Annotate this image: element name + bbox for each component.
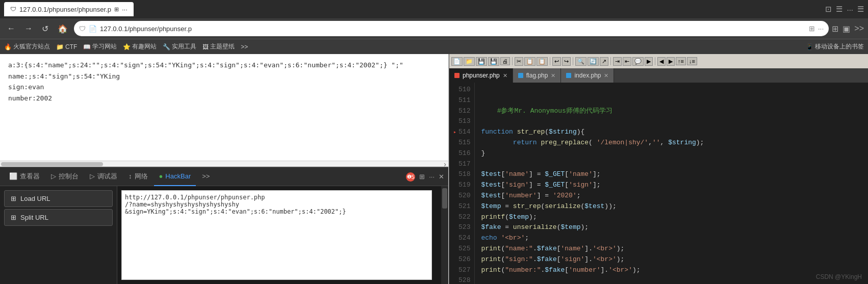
sort-desc-btn[interactable]: ↓≡	[687, 57, 697, 65]
editor-tab-flag[interactable]: flag.php ✕	[513, 68, 561, 83]
split-view-icon[interactable]: ▣	[843, 24, 850, 34]
split-icon[interactable]: ⊡	[825, 5, 832, 14]
tab-close-icon[interactable]: ✕	[503, 72, 507, 79]
reading-icon[interactable]: ⊞	[832, 24, 838, 34]
page-line-1: a:3:{s:4:"name";s:24:"";s:4:"sign";s:54:…	[8, 60, 440, 70]
page-line-3: sign:evan	[8, 82, 440, 92]
error-count: 5	[412, 174, 415, 180]
hackbar-scrollbar[interactable]	[441, 186, 448, 284]
copy-btn[interactable]: 📋	[524, 57, 535, 66]
toolbar-icons: ⊡ ☰ ··· ☰	[825, 5, 864, 14]
more-icon[interactable]: ···	[818, 24, 824, 33]
hackbar-content: ⊞ Load URL ⊞ Split URL http://127.0.0.1/…	[0, 186, 448, 284]
save-btn[interactable]: 💾	[476, 57, 487, 66]
print-btn[interactable]: 🖨	[500, 57, 510, 65]
address-input[interactable]	[100, 25, 806, 33]
file-color-indicator	[518, 73, 523, 78]
load-url-icon: ⊞	[11, 195, 16, 202]
cut-btn[interactable]: ✂	[515, 57, 523, 66]
prev-btn[interactable]: ◀	[657, 57, 666, 66]
search-btn[interactable]: 🔍	[575, 57, 586, 66]
devtools-panel: ⬜ 查看器 ▷ 控制台 ▷ 调试器 ↕ 网络	[0, 167, 448, 284]
hackbar-url-textarea[interactable]: http://127.0.0.1/phpunser/phpunser.php /…	[121, 190, 432, 280]
tab-hackbar[interactable]: ● HackBar	[154, 168, 196, 186]
comment-btn[interactable]: 💬	[632, 57, 644, 66]
bookmark-mobile[interactable]: 📱 移动设备上的书签	[806, 42, 864, 51]
hackbar-scrollbar-thumb[interactable]	[442, 188, 447, 209]
shield-icon: 🛡	[10, 6, 16, 13]
image-icon: 🖼	[202, 43, 209, 50]
tab-more-icon: ···	[122, 6, 127, 13]
code-line-528	[481, 275, 862, 284]
qr-icon: ⊞	[114, 6, 119, 13]
bookmark-label: 有趣网站	[132, 42, 157, 51]
console-icon: ▷	[51, 172, 56, 180]
editor-tab-phpunser[interactable]: phpunser.php ✕	[449, 68, 513, 83]
new-file-btn[interactable]: 📄	[451, 57, 463, 66]
devtools-right-controls: ❶ 5 ⊞ ··· ✕	[406, 172, 444, 182]
qr-icon[interactable]: ⊞	[809, 24, 815, 33]
load-url-button[interactable]: ⊞ Load URL	[4, 190, 113, 207]
hackbar-dot-icon: ●	[159, 172, 163, 180]
save-as-btn[interactable]: 💾	[488, 57, 499, 66]
tab-close-icon[interactable]: ✕	[604, 72, 608, 79]
sort-asc-btn[interactable]: ↑≡	[676, 57, 686, 65]
devtools-more-icon[interactable]: ···	[429, 173, 435, 180]
undo-btn[interactable]: ↩	[552, 57, 561, 66]
outdent-btn[interactable]: ⇤	[623, 57, 631, 66]
goto-btn[interactable]: ↗	[600, 57, 608, 66]
bookmark-label: CTF	[65, 43, 77, 50]
panels-icon[interactable]: ☰	[836, 5, 843, 14]
tab-inspector[interactable]: ⬜ 查看器	[4, 168, 45, 186]
open-file-btn[interactable]: 📁	[464, 57, 475, 66]
hamburger-icon[interactable]: ☰	[857, 5, 864, 14]
replace-btn[interactable]: 🔄	[588, 57, 599, 66]
split-url-button[interactable]: ⊞ Split URL	[4, 209, 113, 226]
code-line-518: $test['name'] = $_GET['name'];	[481, 169, 862, 180]
bookmark-more[interactable]: >>	[241, 43, 248, 50]
wrench-icon: 🔧	[163, 43, 170, 50]
more-tabs-icon: >>	[202, 172, 210, 180]
close-devtools-icon[interactable]: ✕	[439, 173, 444, 180]
copy-icon[interactable]: ⊞	[419, 173, 425, 180]
next-btn[interactable]: ▶	[667, 57, 675, 66]
back-button[interactable]: ←	[4, 22, 18, 35]
run-btn[interactable]: ▶	[645, 57, 653, 66]
tab-close-icon[interactable]: ✕	[551, 72, 555, 79]
tab-debugger[interactable]: ▷ 调试器	[85, 168, 122, 186]
scrollbar-thumb[interactable]	[1, 162, 103, 166]
devtools-tab-bar: ⬜ 查看器 ▷ 控制台 ▷ 调试器 ↕ 网络	[0, 168, 448, 186]
paste-btn[interactable]: 📋	[537, 57, 548, 66]
forward-button[interactable]: →	[21, 22, 36, 35]
browser-tab-active[interactable]: 🛡 127.0.0.1/phpunser/phpunser.p ⊞ ···	[4, 2, 134, 16]
bookmark-study[interactable]: 📖 学习网站	[83, 42, 117, 51]
chevron-right-icon[interactable]: >>	[854, 24, 864, 33]
code-line-515: return preg_replace( '/lemon|shy/','', $…	[481, 138, 862, 148]
bookmark-firefox[interactable]: 🔥 火狐官方站点	[4, 42, 50, 51]
tab-network[interactable]: ↕ 网络	[123, 168, 153, 186]
indent-btn[interactable]: ⇥	[613, 57, 622, 66]
bookmark-label: 主题壁纸	[210, 42, 235, 51]
scroll-right-arrow[interactable]: ›	[444, 160, 446, 167]
redo-btn[interactable]: ↪	[562, 57, 571, 66]
nav-bar: ← → ↺ 🏠 🛡 📄 ⊞ ··· ⊞ ▣ >>	[0, 18, 868, 39]
bookmark-wallpaper[interactable]: 🖼 主题壁纸	[202, 42, 235, 51]
editor-tab-index[interactable]: index.php ✕	[561, 68, 614, 83]
bookmark-ctf[interactable]: 📁 CTF	[56, 43, 77, 50]
divider3	[573, 57, 573, 65]
code-line-512: #参考Mr. Anonymous师傅的代码学习	[481, 106, 862, 117]
tab-console[interactable]: ▷ 控制台	[46, 168, 84, 186]
bookmark-tools[interactable]: 🔧 实用工具	[163, 42, 196, 51]
bookmarks-bar: 🔥 火狐官方站点 📁 CTF 📖 学习网站 ⭐ 有趣网站 🔧 实用工具 🖼	[0, 39, 868, 54]
menu-icon[interactable]: ···	[847, 5, 853, 14]
file-tab-label: phpunser.php	[463, 72, 500, 79]
horizontal-scrollbar[interactable]: ›	[0, 161, 448, 167]
bookmark-fun[interactable]: ⭐ 有趣网站	[123, 42, 157, 51]
bookmark-label: 火狐官方站点	[13, 42, 50, 51]
file-tab-label: index.php	[574, 72, 601, 79]
code-line-527: print("number:".$fake['number'].'<br>');	[481, 265, 862, 276]
refresh-button[interactable]: ↺	[39, 22, 52, 36]
file-color-indicator	[566, 73, 571, 78]
home-button[interactable]: 🏠	[55, 22, 71, 36]
tab-more[interactable]: >>	[197, 168, 215, 186]
